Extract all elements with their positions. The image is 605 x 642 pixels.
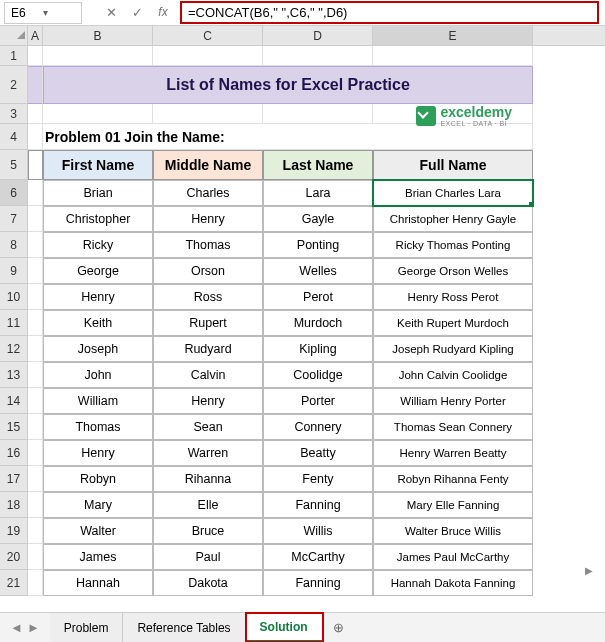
cell[interactable] <box>28 466 43 492</box>
row-header[interactable]: 2 <box>0 66 27 104</box>
cell[interactable] <box>28 492 43 518</box>
cell-first-name[interactable]: James <box>43 544 153 570</box>
cell-full-name[interactable]: Henry Warren Beatty <box>373 440 533 466</box>
cell-full-name[interactable]: Thomas Sean Connery <box>373 414 533 440</box>
cell-middle-name[interactable]: Rudyard <box>153 336 263 362</box>
cell[interactable] <box>28 310 43 336</box>
cell-first-name[interactable]: Brian <box>43 180 153 206</box>
cell-first-name[interactable]: Christopher <box>43 206 153 232</box>
cell[interactable] <box>28 336 43 362</box>
cell-middle-name[interactable]: Sean <box>153 414 263 440</box>
col-header-b[interactable]: B <box>43 26 153 45</box>
cell[interactable] <box>28 388 43 414</box>
formula-input[interactable]: =CONCAT(B6," ",C6," ",D6) <box>180 1 599 24</box>
cell-full-name[interactable]: Robyn Rihanna Fenty <box>373 466 533 492</box>
cell-full-name[interactable]: Mary Elle Fanning <box>373 492 533 518</box>
cell[interactable] <box>28 232 43 258</box>
tab-problem[interactable]: Problem <box>50 613 124 642</box>
cell[interactable] <box>28 150 43 180</box>
cell-last-name[interactable]: Coolidge <box>263 362 373 388</box>
cell-full-name[interactable]: George Orson Welles <box>373 258 533 284</box>
row-header[interactable]: 11 <box>0 310 27 336</box>
row-header[interactable]: 6 <box>0 180 27 206</box>
cell-last-name[interactable]: Connery <box>263 414 373 440</box>
cell-first-name[interactable]: Joseph <box>43 336 153 362</box>
row-header[interactable]: 7 <box>0 206 27 232</box>
cell[interactable] <box>28 440 43 466</box>
cell-middle-name[interactable]: Charles <box>153 180 263 206</box>
cell[interactable] <box>28 544 43 570</box>
cell[interactable] <box>28 518 43 544</box>
cell[interactable] <box>28 180 43 206</box>
col-header-c[interactable]: C <box>153 26 263 45</box>
row-header[interactable]: 20 <box>0 544 27 570</box>
cell[interactable] <box>43 46 153 66</box>
cell-first-name[interactable]: Hannah <box>43 570 153 596</box>
cell[interactable] <box>28 362 43 388</box>
cell-full-name[interactable]: William Henry Porter <box>373 388 533 414</box>
cell-first-name[interactable]: Henry <box>43 440 153 466</box>
cell-full-name[interactable]: Keith Rupert Murdoch <box>373 310 533 336</box>
row-header[interactable]: 17 <box>0 466 27 492</box>
name-box[interactable]: E6 ▾ <box>4 2 82 24</box>
cell-middle-name[interactable]: Rupert <box>153 310 263 336</box>
cell-middle-name[interactable]: Calvin <box>153 362 263 388</box>
cell-full-name[interactable]: John Calvin Coolidge <box>373 362 533 388</box>
cell-middle-name[interactable]: Henry <box>153 206 263 232</box>
col-header-a[interactable]: A <box>28 26 43 45</box>
cell-middle-name[interactable]: Thomas <box>153 232 263 258</box>
cell-middle-name[interactable]: Warren <box>153 440 263 466</box>
cell-last-name[interactable]: Perot <box>263 284 373 310</box>
row-header[interactable]: 13 <box>0 362 27 388</box>
row-header[interactable]: 4 <box>0 124 27 150</box>
cell-full-name[interactable]: Henry Ross Perot <box>373 284 533 310</box>
cell-last-name[interactable]: Kipling <box>263 336 373 362</box>
cell[interactable] <box>43 104 153 124</box>
cell[interactable] <box>263 46 373 66</box>
grid[interactable]: List of Names for Excel Practiceexceldem… <box>28 46 605 610</box>
tab-next-icon[interactable]: ► <box>27 620 40 635</box>
cell-first-name[interactable]: Robyn <box>43 466 153 492</box>
cell-middle-name[interactable]: Rihanna <box>153 466 263 492</box>
cell-full-name[interactable]: Christopher Henry Gayle <box>373 206 533 232</box>
row-header[interactable]: 1 <box>0 46 27 66</box>
cell-last-name[interactable]: Gayle <box>263 206 373 232</box>
cell-first-name[interactable]: John <box>43 362 153 388</box>
cell[interactable] <box>28 258 43 284</box>
cell-first-name[interactable]: George <box>43 258 153 284</box>
scroll-right-icon[interactable]: ▶ <box>585 565 603 576</box>
cell-middle-name[interactable]: Orson <box>153 258 263 284</box>
row-header[interactable]: 14 <box>0 388 27 414</box>
col-header-e[interactable]: E <box>373 26 533 45</box>
cell-middle-name[interactable]: Elle <box>153 492 263 518</box>
cell[interactable] <box>373 46 533 66</box>
cell-first-name[interactable]: Walter <box>43 518 153 544</box>
row-header[interactable]: 19 <box>0 518 27 544</box>
cell[interactable] <box>28 104 43 124</box>
cell[interactable] <box>28 206 43 232</box>
cell-middle-name[interactable]: Paul <box>153 544 263 570</box>
cell-first-name[interactable]: Ricky <box>43 232 153 258</box>
cell-last-name[interactable]: Fanning <box>263 492 373 518</box>
cell[interactable] <box>28 414 43 440</box>
row-header[interactable]: 8 <box>0 232 27 258</box>
cell[interactable]: exceldemyEXCEL · DATA · BI <box>373 104 533 124</box>
cell-first-name[interactable]: Mary <box>43 492 153 518</box>
cell-last-name[interactable]: Ponting <box>263 232 373 258</box>
cell-middle-name[interactable]: Dakota <box>153 570 263 596</box>
tab-solution[interactable]: Solution <box>246 613 323 642</box>
cell-first-name[interactable]: Thomas <box>43 414 153 440</box>
tab-prev-icon[interactable]: ◄ <box>10 620 23 635</box>
cell-full-name[interactable]: Hannah Dakota Fanning <box>373 570 533 596</box>
cell-last-name[interactable]: Welles <box>263 258 373 284</box>
cell-last-name[interactable]: Fenty <box>263 466 373 492</box>
row-header[interactable]: 3 <box>0 104 27 124</box>
cell[interactable] <box>28 46 43 66</box>
row-header[interactable]: 10 <box>0 284 27 310</box>
cell-full-name[interactable]: Walter Bruce Willis <box>373 518 533 544</box>
cell[interactable] <box>28 66 43 104</box>
row-header[interactable]: 16 <box>0 440 27 466</box>
cell-full-name[interactable]: Ricky Thomas Ponting <box>373 232 533 258</box>
cell-middle-name[interactable]: Henry <box>153 388 263 414</box>
cell-first-name[interactable]: Henry <box>43 284 153 310</box>
